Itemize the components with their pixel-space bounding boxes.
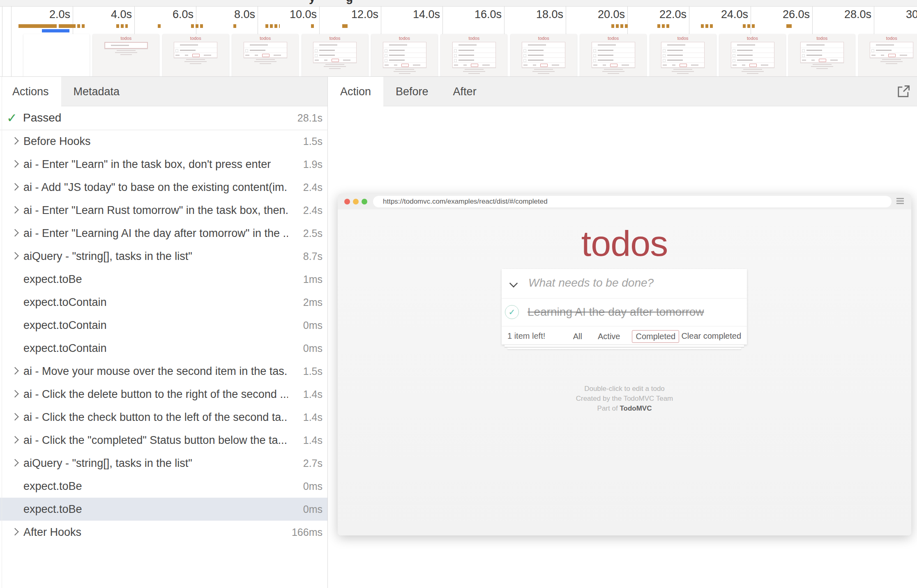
address-bar[interactable]: https://todomvc.com/examples/react/dist/… <box>373 196 892 207</box>
action-marker[interactable] <box>786 24 792 28</box>
todomvc-link[interactable]: TodoMVC <box>620 404 652 412</box>
thumbnail-page-footer <box>371 68 438 74</box>
filmstrip-thumbnail[interactable]: todos <box>580 34 646 77</box>
action-marker[interactable] <box>743 24 756 28</box>
action-row[interactable]: ai - Click the delete button to the righ… <box>0 383 327 406</box>
filmstrip-thumbnail[interactable] <box>23 34 90 77</box>
filmstrip-thumbnail[interactable]: todos <box>93 34 159 77</box>
action-row[interactable]: expect.toBe0ms <box>0 498 327 521</box>
timeline[interactable]: 2.0s4.0s6.0s8.0s10.0s12.0s14.0s16.0s18.0… <box>0 7 917 77</box>
filter-all[interactable]: All <box>569 330 586 343</box>
thumbnail-todos-title: todos <box>789 36 855 41</box>
selected-range-marker[interactable] <box>42 29 69 32</box>
action-row[interactable]: aiQuery - "string[], tasks in the list"8… <box>0 245 327 268</box>
action-marker[interactable] <box>701 24 713 28</box>
chevron-right-icon[interactable] <box>11 528 18 535</box>
action-row[interactable]: expect.toBe0ms <box>0 475 327 498</box>
action-marker[interactable] <box>265 24 280 28</box>
action-row[interactable]: expect.toContain2ms <box>0 291 327 314</box>
snapshot-panel: Action Before After https://todomvc.com/… <box>328 77 917 588</box>
filmstrip-thumbnail[interactable]: todos <box>302 34 368 77</box>
filmstrip-thumbnail[interactable]: todos <box>650 34 716 77</box>
clipped-title-fragment: y <box>309 0 316 5</box>
filter-completed[interactable]: Completed <box>632 330 679 343</box>
action-label: expect.toBe <box>23 503 82 516</box>
action-row[interactable]: aiQuery - "string[], tasks in the list"2… <box>0 452 327 475</box>
chevron-right-icon[interactable] <box>11 459 18 466</box>
action-marker[interactable] <box>611 24 629 28</box>
thumbnail-app-card <box>174 42 217 58</box>
tab-actions[interactable]: Actions <box>0 77 61 106</box>
action-marker[interactable] <box>59 24 76 28</box>
chevron-right-icon[interactable] <box>11 160 18 168</box>
action-row[interactable]: After Hooks166ms <box>0 521 327 544</box>
action-row[interactable]: ai - Move your mouse over the second ite… <box>0 360 327 383</box>
filmstrip-thumbnail[interactable]: todos <box>232 34 298 77</box>
chevron-right-icon[interactable] <box>11 436 18 443</box>
action-row[interactable]: ai - Enter "Learn" in the task box, don'… <box>0 153 327 176</box>
action-row[interactable]: expect.toContain0ms <box>0 314 327 337</box>
clear-completed-button[interactable]: Clear completed <box>681 331 741 341</box>
action-marker[interactable] <box>77 24 86 28</box>
action-marker[interactable] <box>233 24 236 28</box>
thumbnail-todos-title: todos <box>650 36 716 41</box>
todo-completed-check-icon[interactable]: ✓ <box>505 305 519 319</box>
filmstrip-thumbnail[interactable]: todos <box>511 34 577 77</box>
action-row[interactable]: ai - Add "JS today" to base on the exist… <box>0 176 327 199</box>
action-marker[interactable] <box>158 24 161 28</box>
toggle-all-chevron-icon[interactable] <box>509 279 518 287</box>
action-duration: 2.4s <box>303 204 323 216</box>
filter-active[interactable]: Active <box>594 330 624 343</box>
timeline-tick-label: 16.0s <box>459 8 502 21</box>
action-label: ai - Enter "Learn Rust tomorrow" in the … <box>23 204 288 217</box>
tab-metadata[interactable]: Metadata <box>61 77 132 106</box>
action-row[interactable]: expect.toContain0ms <box>0 337 327 360</box>
action-marker[interactable] <box>18 24 57 28</box>
action-row[interactable]: Before Hooks1.5s <box>0 130 327 153</box>
tab-before[interactable]: Before <box>383 77 441 106</box>
action-list[interactable]: Before Hooks1.5sai - Enter "Learn" in th… <box>0 130 327 588</box>
chevron-right-icon[interactable] <box>11 367 18 374</box>
action-label: ai - Click the delete button to the righ… <box>23 388 288 401</box>
filmstrip-thumbnail[interactable]: todos <box>163 34 229 77</box>
action-marker[interactable] <box>342 24 348 28</box>
filmstrip-thumbnail[interactable]: todos <box>371 34 438 77</box>
action-row[interactable]: ai - Enter "Learning AI the day after to… <box>0 222 327 245</box>
chevron-right-icon[interactable] <box>11 229 18 237</box>
tab-after[interactable]: After <box>441 77 489 106</box>
action-duration: 1.4s <box>303 388 323 400</box>
tab-action[interactable]: Action <box>328 77 383 106</box>
chevron-right-icon[interactable] <box>11 390 18 397</box>
action-row[interactable]: expect.toBe1ms <box>0 268 327 291</box>
thumbnail-todos-title: todos <box>441 36 507 41</box>
action-marker[interactable] <box>116 24 128 28</box>
new-todo-placeholder[interactable]: What needs to be done? <box>528 276 654 289</box>
filmstrip-thumbnail[interactable]: todos <box>859 34 917 77</box>
chevron-right-icon[interactable] <box>11 206 18 214</box>
thumbnail-app-card <box>383 42 426 68</box>
timeline-tick-label: 8.0s <box>212 8 255 21</box>
right-tabstrip: Action Before After <box>328 77 917 106</box>
action-marker[interactable] <box>311 24 314 28</box>
action-duration: 1.4s <box>303 434 323 446</box>
action-row[interactable]: ai - Click the check button to the left … <box>0 406 327 429</box>
filmstrip-thumbnail[interactable]: todos <box>789 34 855 77</box>
chevron-right-icon[interactable] <box>11 252 18 260</box>
action-row[interactable]: ai - Enter "Learn Rust tomorrow" in the … <box>0 199 327 222</box>
action-marker[interactable] <box>191 24 203 28</box>
chevron-right-icon[interactable] <box>11 137 18 145</box>
timeline-tick-label: 28.0s <box>829 8 871 21</box>
action-marker[interactable] <box>657 24 671 28</box>
thumbnail-todos-title: todos <box>511 36 577 41</box>
todo-item-row[interactable]: ✓ Learning AI the day after tomorrow <box>502 299 747 326</box>
filmstrip-thumbnail[interactable]: todos <box>719 34 786 77</box>
thumbnail-app-card <box>800 42 844 63</box>
filmstrip-thumbnail[interactable]: todos <box>441 34 507 77</box>
chevron-right-icon[interactable] <box>11 413 18 420</box>
action-row[interactable]: ai - Click the "completed" Status button… <box>0 429 327 452</box>
chevron-right-icon[interactable] <box>11 183 18 191</box>
clipped-title-fragment: g <box>346 0 353 5</box>
footer-line: Created by the TodoMVC Team <box>338 394 911 404</box>
open-snapshot-external-icon[interactable] <box>896 84 911 99</box>
action-duration: 2.5s <box>303 227 323 239</box>
